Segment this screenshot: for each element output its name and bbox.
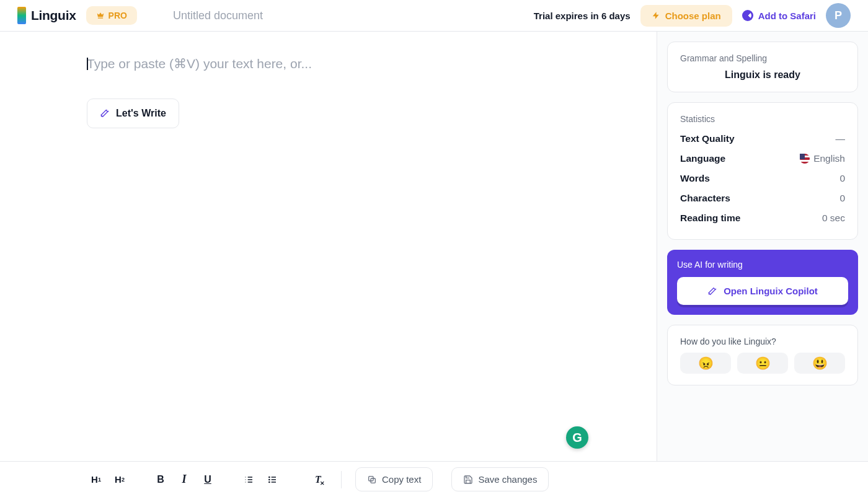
logo[interactable]: Linguix [17, 7, 76, 24]
stat-characters: Characters 0 [680, 188, 845, 208]
language-name: English [813, 153, 845, 164]
copy-icon [367, 475, 377, 485]
svg-point-2 [269, 482, 270, 482]
text-cursor [87, 58, 88, 70]
header: Linguix PRO Untitled document Trial expi… [0, 0, 868, 32]
grammarly-badge[interactable]: G [566, 426, 588, 449]
svg-point-1 [269, 479, 270, 480]
logo-text: Linguix [31, 8, 76, 23]
feedback-bad-button[interactable]: 😠 [680, 353, 731, 374]
grammar-card: Grammar and Spelling Linguix is ready [667, 42, 858, 92]
svg-point-0 [269, 477, 270, 477]
save-changes-label: Save changes [478, 474, 537, 485]
save-changes-button[interactable]: Save changes [451, 467, 549, 491]
heading2-button[interactable]: H2 [110, 470, 129, 489]
stat-label: Text Quality [680, 133, 735, 144]
main: Type or paste (⌘V) your text here, or...… [0, 32, 868, 461]
grammar-status: Linguix is ready [680, 68, 845, 81]
ordered-list-button[interactable] [239, 470, 258, 489]
stat-label: Characters [680, 193, 730, 204]
lets-write-button[interactable]: Let's Write [87, 99, 179, 128]
pro-badge[interactable]: PRO [86, 6, 137, 25]
heading1-button[interactable]: H1 [87, 470, 105, 489]
feedback-good-button[interactable]: 😃 [794, 353, 845, 374]
stat-value: 0 sec [822, 213, 845, 224]
stat-text-quality: Text Quality — [680, 129, 845, 149]
document-title[interactable]: Untitled document [173, 9, 263, 22]
ai-card: Use AI for writing Open Linguix Copilot [667, 250, 858, 315]
stat-label: Reading time [680, 213, 740, 224]
editor-area[interactable]: Type or paste (⌘V) your text here, or...… [0, 32, 657, 461]
statistics-card: Statistics Text Quality — Language Engli… [667, 102, 858, 240]
choose-plan-label: Choose plan [665, 11, 721, 21]
bolt-icon [652, 11, 660, 20]
copy-text-label: Copy text [382, 474, 421, 485]
underline-button[interactable]: U [198, 470, 217, 489]
stat-value: 0 [839, 193, 845, 204]
logo-icon [17, 7, 26, 24]
crown-icon [96, 11, 105, 20]
copy-text-button[interactable]: Copy text [355, 467, 433, 491]
stat-label: Words [680, 173, 710, 184]
copilot-button-label: Open Linguix Copilot [724, 286, 818, 296]
editor-placeholder-text: Type or paste (⌘V) your text here, or... [87, 56, 312, 71]
feedback-neutral-button[interactable]: 😐 [737, 353, 788, 374]
stat-reading-time: Reading time 0 sec [680, 208, 845, 228]
bold-button[interactable]: B [151, 470, 170, 489]
stat-language[interactable]: Language English [680, 149, 845, 169]
ai-card-label: Use AI for writing [677, 260, 848, 270]
statistics-label: Statistics [680, 114, 845, 124]
clear-formatting-button[interactable]: T✕ [309, 470, 327, 489]
stat-value: 0 [839, 173, 845, 184]
right-panel: Grammar and Spelling Linguix is ready St… [657, 32, 868, 461]
trial-text: Trial expires in 6 days [534, 11, 631, 21]
us-flag-icon [800, 154, 810, 164]
feedback-buttons: 😠 😐 😃 [680, 353, 845, 374]
stat-label: Language [680, 153, 725, 164]
magic-wand-icon [707, 286, 717, 296]
add-safari-label: Add to Safari [758, 11, 816, 21]
lets-write-label: Let's Write [116, 108, 166, 119]
stat-value: English [800, 153, 845, 164]
stat-value: — [836, 133, 846, 144]
add-safari-button[interactable]: Add to Safari [742, 10, 816, 21]
unordered-list-button[interactable] [263, 470, 281, 489]
safari-icon [742, 10, 753, 21]
magic-wand-icon [100, 108, 110, 118]
toolbar-separator [341, 471, 342, 488]
save-icon [463, 475, 473, 485]
stat-words: Words 0 [680, 169, 845, 188]
editor-placeholder: Type or paste (⌘V) your text here, or... [87, 56, 657, 71]
feedback-card: How do you like Linguix? 😠 😐 😃 [667, 325, 858, 385]
choose-plan-button[interactable]: Choose plan [640, 5, 732, 27]
pro-badge-label: PRO [108, 11, 127, 20]
bottom-toolbar: H1 H2 B I U T✕ Copy text Save changes [0, 461, 868, 497]
avatar[interactable]: P [826, 3, 851, 28]
feedback-label: How do you like Linguix? [680, 336, 845, 346]
open-copilot-button[interactable]: Open Linguix Copilot [677, 277, 848, 305]
italic-button[interactable]: I [175, 470, 193, 489]
grammar-card-label: Grammar and Spelling [680, 53, 845, 63]
